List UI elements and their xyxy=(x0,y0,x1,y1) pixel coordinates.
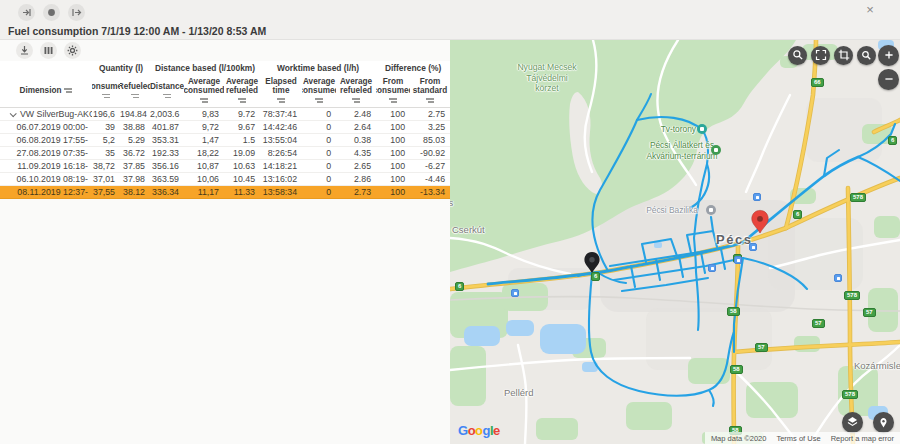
layers-icon xyxy=(846,414,859,432)
column-header-average-consumed-worktime[interactable]: Average consumed xyxy=(302,74,336,107)
value-cell: 18,22 xyxy=(184,146,224,159)
map-crop-button[interactable] xyxy=(834,46,853,65)
road-shield: 66 xyxy=(811,78,824,87)
map-toolbar xyxy=(788,46,876,65)
dimension-date-cell: 11.09.2019 16:18- xyxy=(0,159,92,172)
value-cell: 363.59 xyxy=(150,172,184,185)
app-window: × Fuel consumption 7/1/19 12:00 AM - 1/1… xyxy=(0,0,900,444)
column-header-from-standard[interactable]: From standard xyxy=(410,74,450,107)
map-fit-screen-button[interactable] xyxy=(811,46,830,65)
road-shield: 6 xyxy=(888,136,897,145)
map-zoom-area-button[interactable] xyxy=(788,46,807,65)
sort-icon xyxy=(200,97,208,103)
value-cell: 0 xyxy=(302,133,336,146)
table-row[interactable]: 27.08.2019 07:35-3536.72192.3318,2219.09… xyxy=(0,146,450,159)
dimension-date-cell: 08.11.2019 12:37- xyxy=(0,185,92,198)
value-cell: 38,72 xyxy=(92,159,120,172)
value-cell: 78:37:41 xyxy=(260,107,302,120)
map-magnify-button[interactable] xyxy=(857,46,876,65)
road-shield: 578 xyxy=(842,390,858,399)
value-cell: 10.63 xyxy=(224,159,260,172)
value-cell: 37.98 xyxy=(120,172,150,185)
report-toolbar xyxy=(16,42,81,59)
columns-icon xyxy=(43,42,54,60)
report-map-error-link[interactable]: Report a map error xyxy=(831,434,894,443)
dimension-date-cell: 06.07.2019 00:00- xyxy=(0,120,92,133)
value-cell: 9,72 xyxy=(184,120,224,133)
transit-stop-icon xyxy=(834,274,842,282)
transit-stop-icon xyxy=(753,193,761,201)
map-attribution: Map data ©2020 Terms of Use Report a map… xyxy=(705,432,900,444)
value-cell: 100 xyxy=(376,146,410,159)
settings-button[interactable] xyxy=(64,42,81,59)
table-row[interactable]: 11.09.2019 16:18-38,7237.85356.1610,8710… xyxy=(0,159,450,172)
column-header-average-refueled-distance[interactable]: Average refueled xyxy=(224,74,260,107)
value-cell: -13.34 xyxy=(410,185,450,198)
value-cell: 194.84 xyxy=(120,107,150,120)
value-cell: 19.09 xyxy=(224,146,260,159)
map-canvas[interactable]: Nyugat Mecsek Tájvédelmi körzetKővágósző… xyxy=(450,40,900,444)
value-cell: 100 xyxy=(376,120,410,133)
table-row[interactable]: 08.11.2019 12:37-37,5538.12336.3411,1711… xyxy=(0,185,450,198)
columns-button[interactable] xyxy=(40,42,57,59)
fuel-consumption-table: Quantity (l) Distance based (l/100km) Wo… xyxy=(0,61,450,199)
value-cell: 2.65 xyxy=(336,159,376,172)
window-header: × Fuel consumption 7/1/19 12:00 AM - 1/1… xyxy=(0,0,900,40)
collapse-right-icon xyxy=(71,7,82,18)
value-cell: 100 xyxy=(376,159,410,172)
transit-stop-icon xyxy=(708,264,716,272)
value-cell: 11.33 xyxy=(224,185,260,198)
value-cell: 13:16:02 xyxy=(260,172,302,185)
value-cell: 39 xyxy=(92,120,120,133)
place-pin-icon xyxy=(878,414,889,432)
column-header-elapsed-time[interactable]: Elapsed time xyxy=(260,74,302,107)
value-cell: 14:42:46 xyxy=(260,120,302,133)
transit-stop-icon xyxy=(511,289,519,297)
export-download-button[interactable] xyxy=(16,42,33,59)
sort-icon xyxy=(389,97,397,103)
table-row[interactable]: 06.07.2019 00:00-3938.88401.879,729.6714… xyxy=(0,120,450,133)
magnifier-icon xyxy=(792,47,804,65)
value-cell: 2.75 xyxy=(410,107,450,120)
table-row[interactable]: 06.10.2019 08:19-37,0137.98363.5910,0610… xyxy=(0,172,450,185)
zoo-poi-icon[interactable] xyxy=(711,145,721,155)
terms-of-use-link[interactable]: Terms of Use xyxy=(776,434,820,443)
map-zoom-out-button[interactable] xyxy=(878,69,899,90)
column-header-average-refueled-worktime[interactable]: Average refueled xyxy=(336,74,376,107)
value-cell: 2.64 xyxy=(336,120,376,133)
value-cell: 36.72 xyxy=(120,146,150,159)
value-cell: 10,87 xyxy=(184,159,224,172)
column-header-dimension[interactable]: Dimension xyxy=(0,74,92,107)
basilica-poi-icon[interactable] xyxy=(706,205,716,215)
report-title: Fuel consumption 7/1/19 12:00 AM - 1/13/… xyxy=(8,25,266,37)
group-header-difference: Difference (%) xyxy=(376,61,450,74)
map-places-button[interactable] xyxy=(873,412,894,433)
column-header-average-consumed-distance[interactable]: Average consumed xyxy=(184,74,224,107)
table-row[interactable]: 06.08.2019 17:55-5,25.29353.311,471.513:… xyxy=(0,133,450,146)
panel-split-button[interactable] xyxy=(43,4,60,21)
map-layers-button[interactable] xyxy=(842,412,863,433)
column-header-consumed[interactable]: Consumed xyxy=(92,74,120,107)
table-row[interactable]: VW SilverBug-AKC-3t196,6194.842,003.69,8… xyxy=(0,107,450,120)
tv-tower-poi-icon[interactable] xyxy=(697,124,707,134)
column-header-refueled[interactable]: Refueled xyxy=(120,74,150,107)
map-zoom-in-button[interactable] xyxy=(878,45,899,66)
map-base-layer xyxy=(450,40,900,444)
value-cell: 14:18:21 xyxy=(260,159,302,172)
panel-collapse-left-button[interactable] xyxy=(18,4,35,21)
fullscreen-icon xyxy=(815,47,827,65)
transit-stop-icon xyxy=(734,256,742,264)
column-header-from-consumed[interactable]: From consumed xyxy=(376,74,410,107)
value-cell: 0.38 xyxy=(336,133,376,146)
sort-icon xyxy=(131,93,139,99)
value-cell: 4.35 xyxy=(336,146,376,159)
value-cell: 100 xyxy=(376,185,410,198)
group-header-distance-based: Distance based (l/100km) xyxy=(150,61,260,74)
column-header-distance[interactable]: Distance xyxy=(150,74,184,107)
dimension-date-cell: 06.08.2019 17:55- xyxy=(0,133,92,146)
crop-icon xyxy=(838,47,850,65)
panel-collapse-right-button[interactable] xyxy=(68,4,85,21)
close-button[interactable]: × xyxy=(862,2,878,18)
expand-chevron-icon[interactable] xyxy=(10,110,17,117)
value-cell: 1,47 xyxy=(184,133,224,146)
